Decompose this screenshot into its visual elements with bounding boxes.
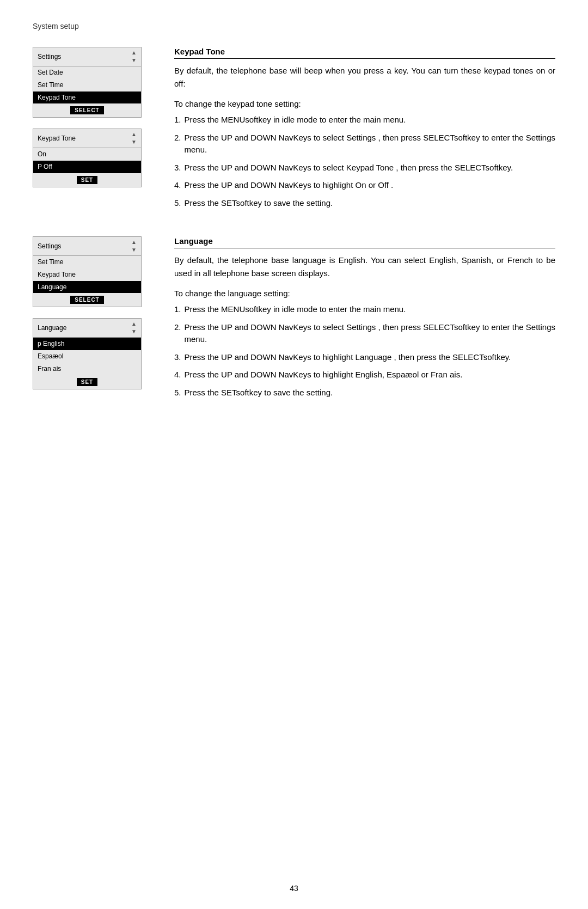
screen2-row-on: On: [33, 148, 141, 161]
screen1-row-settings: Settings ▲▼: [33, 47, 141, 66]
language-screen1: Settings ▲▼ Set Time Keypad Tone Languag…: [33, 236, 152, 307]
screen1-arrow: ▲▼: [131, 49, 137, 64]
step-item: 5. Press the SETsoftkey to save the sett…: [174, 387, 555, 399]
phone-screen-3: Settings ▲▼ Set Time Keypad Tone Languag…: [33, 236, 142, 307]
screen2-row-poff: P Off: [33, 161, 141, 173]
step-item: 1. Press the MENUsoftkey in idle mode to…: [174, 303, 555, 316]
screen3-arrow: ▲▼: [131, 239, 137, 254]
screen3-row-keypadtone: Keypad Tone: [33, 269, 141, 281]
screen1-settings-label: Settings: [38, 52, 61, 62]
phone-screen-1: Settings ▲▼ Set Date Set Time Keypad Ton…: [33, 47, 142, 118]
keypad-tone-title: Keypad Tone: [174, 47, 555, 59]
screen3-row-settime: Set Time: [33, 256, 141, 269]
page-number: 43: [290, 884, 298, 893]
language-intro: By default, the telephone base language …: [174, 254, 555, 280]
screen4-row-language: Language ▲▼: [33, 319, 141, 338]
screen4-arrow: ▲▼: [131, 320, 137, 335]
step-item: 4. Press the UP and DOWN NavKeys to high…: [174, 179, 555, 192]
screen3-button-row: SELECT: [33, 293, 141, 307]
step-item: 5. Press the SETsoftkey to save the sett…: [174, 197, 555, 210]
screen1-row-keypadtone: Keypad Tone: [33, 91, 141, 104]
language-steps: 1. Press the MENUsoftkey in idle mode to…: [174, 303, 555, 399]
step-item: 4. Press the UP and DOWN NavKeys to high…: [174, 369, 555, 381]
language-section: Settings ▲▼ Set Time Keypad Tone Languag…: [33, 236, 555, 404]
screen3-select-btn: SELECT: [70, 296, 103, 304]
screen4-button-row: SET: [33, 375, 141, 389]
phone-screen-4: Language ▲▼ p English Espaæol Fran ais S…: [33, 318, 142, 389]
step-item: 1. Press the MENUsoftkey in idle mode to…: [174, 114, 555, 126]
screen1-select-btn: SELECT: [70, 106, 103, 114]
screen4-row-english: p English: [33, 338, 141, 350]
screen1-row-setdate: Set Date: [33, 66, 141, 79]
step-item: 3. Press the UP and DOWN NavKeys to sele…: [174, 162, 555, 174]
step-item: 2. Press the UP and DOWN NavKeys to sele…: [174, 132, 555, 156]
keypad-tone-intro: By default, the telephone base will beep…: [174, 64, 555, 90]
phone-screen-2: Keypad Tone ▲▼ On P Off SET: [33, 129, 142, 187]
keypad-tone-screens: Settings ▲▼ Set Date Set Time Keypad Ton…: [33, 47, 152, 215]
language-screen2: Language ▲▼ p English Espaæol Fran ais S…: [33, 318, 152, 389]
step-item: 2. Press the UP and DOWN NavKeys to sele…: [174, 321, 555, 346]
page-container: System setup Settings ▲▼ Set Date Set Ti…: [0, 0, 588, 909]
screen3-row-settings: Settings ▲▼: [33, 237, 141, 256]
screen2-set-btn: SET: [77, 176, 97, 184]
screen4-row-francais: Fran ais: [33, 363, 141, 375]
screen4-set-btn: SET: [77, 378, 97, 386]
keypad-tone-screen2: Keypad Tone ▲▼ On P Off SET: [33, 129, 152, 187]
language-screens: Settings ▲▼ Set Time Keypad Tone Languag…: [33, 236, 152, 404]
screen2-button-row: SET: [33, 173, 141, 187]
screen3-row-language: Language: [33, 281, 141, 294]
page-header: System setup: [33, 22, 555, 30]
keypad-tone-text: Keypad Tone By default, the telephone ba…: [174, 47, 555, 215]
step-item: 3. Press the UP and DOWN NavKeys to high…: [174, 351, 555, 364]
screen2-arrow: ▲▼: [131, 131, 137, 146]
screen1-button-row: SELECT: [33, 103, 141, 117]
keypad-tone-steps: 1. Press the MENUsoftkey in idle mode to…: [174, 114, 555, 209]
language-change-prompt: To change the language setting:: [174, 289, 555, 298]
language-title: Language: [174, 236, 555, 248]
screen1-row-settime: Set Time: [33, 79, 141, 91]
language-text: Language By default, the telephone base …: [174, 236, 555, 404]
screen2-row-keypadtone: Keypad Tone ▲▼: [33, 129, 141, 148]
keypad-tone-screen1: Settings ▲▼ Set Date Set Time Keypad Ton…: [33, 47, 152, 118]
keypad-tone-change-prompt: To change the keypad tone setting:: [174, 99, 555, 108]
keypad-tone-section: Settings ▲▼ Set Date Set Time Keypad Ton…: [33, 47, 555, 215]
screen4-row-espanol: Espaæol: [33, 350, 141, 363]
